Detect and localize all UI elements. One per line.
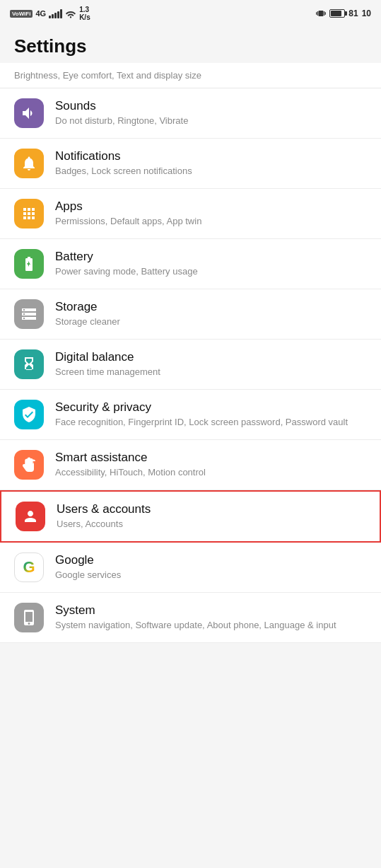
- person-icon: [22, 508, 39, 525]
- status-bar: VoWiFi 4G 1.3K/s 81 10: [0, 0, 381, 25]
- truncated-display-item[interactable]: Brightness, Eye comfort, Text and displa…: [0, 63, 381, 88]
- settings-item-sounds[interactable]: Sounds Do not disturb, Ringtone, Vibrate: [0, 88, 381, 139]
- system-title: System: [55, 603, 367, 618]
- battery-percent: 81: [348, 8, 358, 18]
- smart-assistance-icon-bg: [14, 450, 44, 480]
- security-icon-bg: [14, 400, 44, 429]
- security-title: Security & privacy: [55, 400, 367, 415]
- settings-item-digital-balance[interactable]: Digital balance Screen time management: [0, 340, 381, 390]
- google-text: Google Google services: [55, 553, 367, 581]
- digital-balance-text: Digital balance Screen time management: [55, 350, 367, 378]
- google-title: Google: [55, 553, 367, 567]
- storage-subtitle: Storage cleaner: [55, 316, 367, 328]
- hand-icon: [20, 456, 37, 473]
- settings-item-system[interactable]: System System navigation, Software updat…: [0, 593, 381, 643]
- apps-grid-icon: [20, 205, 37, 222]
- settings-item-google[interactable]: G Google Google services: [0, 543, 381, 593]
- notifications-title: Notifications: [55, 149, 367, 163]
- battery-subtitle: Power saving mode, Battery usage: [55, 265, 367, 278]
- notifications-icon-bg: [14, 149, 44, 178]
- smart-assistance-text: Smart assistance Accessibility, HiTouch,…: [55, 451, 367, 479]
- apps-subtitle: Permissions, Default apps, App twin: [55, 215, 367, 228]
- users-accounts-title: Users & accounts: [57, 502, 365, 516]
- digital-balance-title: Digital balance: [55, 350, 367, 364]
- network-speed: 1.3K/s: [79, 6, 90, 21]
- phone-info-icon: [20, 609, 37, 626]
- signal-bars: [49, 9, 62, 18]
- storage-icon: [20, 306, 37, 323]
- signal-strength: 10: [362, 8, 371, 18]
- settings-item-storage[interactable]: Storage Storage cleaner: [0, 289, 381, 340]
- system-text: System System navigation, Software updat…: [55, 603, 367, 632]
- system-icon-bg: [14, 603, 44, 632]
- settings-item-security-privacy[interactable]: Security & privacy Face recognition, Fin…: [0, 390, 381, 440]
- google-g-icon: G: [23, 558, 35, 577]
- notifications-text: Notifications Badges, Lock screen notifi…: [55, 149, 367, 178]
- users-accounts-text: Users & accounts Users, Accounts: [57, 502, 365, 531]
- shield-check-icon: [20, 406, 37, 423]
- google-subtitle: Google services: [55, 569, 367, 581]
- settings-item-apps[interactable]: Apps Permissions, Default apps, App twin: [0, 189, 381, 239]
- settings-item-notifications[interactable]: Notifications Badges, Lock screen notifi…: [0, 139, 381, 189]
- apps-icon-bg: [14, 199, 44, 228]
- battery-icon-bg: [14, 249, 44, 279]
- storage-icon-bg: [14, 299, 44, 329]
- settings-item-users-accounts[interactable]: Users & accounts Users, Accounts: [0, 490, 381, 543]
- smart-assistance-title: Smart assistance: [55, 451, 367, 465]
- system-subtitle: System navigation, Software update, Abou…: [55, 619, 367, 632]
- digital-balance-subtitle: Screen time management: [55, 366, 367, 378]
- apps-title: Apps: [55, 199, 367, 214]
- page-title: Settings: [0, 25, 381, 63]
- wifi-icon: [65, 9, 76, 18]
- google-icon-bg: G: [14, 552, 44, 582]
- users-accounts-subtitle: Users, Accounts: [57, 518, 365, 531]
- sounds-icon-bg: [14, 98, 44, 128]
- storage-text: Storage Storage cleaner: [55, 300, 367, 328]
- settings-item-smart-assistance[interactable]: Smart assistance Accessibility, HiTouch,…: [0, 440, 381, 490]
- security-text: Security & privacy Face recognition, Fin…: [55, 400, 367, 429]
- status-left: VoWiFi 4G 1.3K/s: [10, 6, 90, 21]
- sounds-subtitle: Do not disturb, Ringtone, Vibrate: [55, 115, 367, 127]
- smart-assistance-subtitle: Accessibility, HiTouch, Motion control: [55, 466, 367, 479]
- apps-text: Apps Permissions, Default apps, App twin: [55, 199, 367, 228]
- security-subtitle: Face recognition, Fingerprint ID, Lock s…: [55, 416, 367, 429]
- vibrate-icon: [316, 8, 326, 18]
- users-accounts-icon-bg: [16, 502, 45, 531]
- volume-icon: [20, 105, 37, 122]
- battery-charging-icon: [20, 255, 37, 272]
- status-right: 81 10: [316, 8, 371, 18]
- settings-item-battery[interactable]: Battery Power saving mode, Battery usage: [0, 239, 381, 289]
- bell-icon: [20, 155, 37, 172]
- battery-text: Battery Power saving mode, Battery usage: [55, 250, 367, 278]
- sounds-title: Sounds: [55, 99, 367, 113]
- notifications-subtitle: Badges, Lock screen notifications: [55, 165, 367, 178]
- vowifi-indicator: VoWiFi: [10, 10, 33, 18]
- hourglass-icon: [20, 356, 37, 373]
- sounds-text: Sounds Do not disturb, Ringtone, Vibrate: [55, 99, 367, 127]
- storage-title: Storage: [55, 300, 367, 314]
- settings-list: Sounds Do not disturb, Ringtone, Vibrate…: [0, 88, 381, 643]
- signal-4g: 4G: [35, 9, 46, 18]
- battery-status: [329, 9, 345, 18]
- digital-balance-icon-bg: [14, 349, 44, 379]
- battery-title: Battery: [55, 250, 367, 264]
